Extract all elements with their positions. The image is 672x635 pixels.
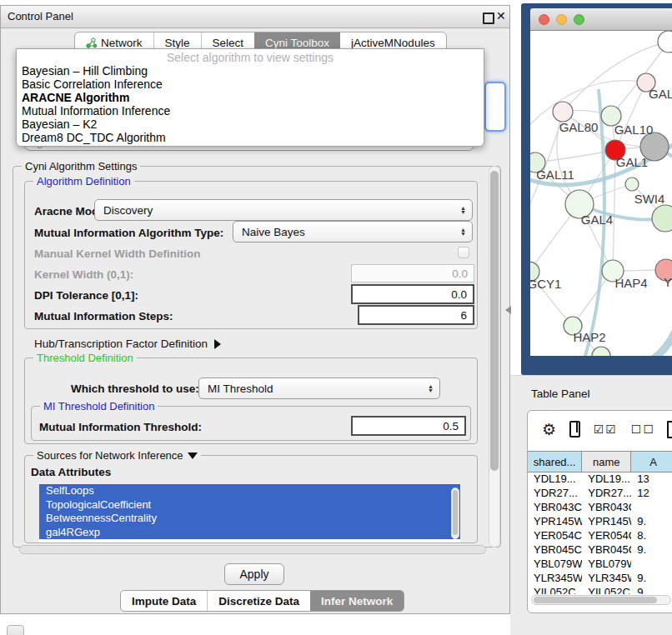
dpi-tolerance-input[interactable]: 0.0 — [351, 284, 474, 304]
network-edge[interactable] — [613, 150, 615, 271]
node-label: GCY1 — [530, 277, 561, 291]
algorithm-option-basic-correlation-inference[interactable]: Basic Correlation Inference — [17, 78, 484, 91]
column-header-name[interactable]: name — [582, 452, 631, 472]
table-row[interactable]: YIL052CYIL052C9 — [528, 585, 672, 594]
table-row[interactable]: YDL19...YDL19...13 — [528, 472, 672, 486]
algorithm-option-dream8-dc-tdc-algorithm[interactable]: Dream8 DC_TDC Algorithm — [17, 131, 484, 144]
zoom-traffic-light-icon[interactable] — [574, 14, 584, 25]
deselect-columns-icon[interactable]: ☐☐ — [631, 422, 655, 436]
table-cell: YDR27... — [582, 486, 631, 500]
data-attributes-label: Data Attributes — [31, 466, 111, 478]
table-body: YDL19...YDL19...13YDR27...YDR27...12YBR0… — [528, 472, 672, 594]
which-threshold-value: MI Threshold — [208, 382, 273, 395]
table-row[interactable]: YER054CYER054C8. — [528, 528, 672, 542]
kernel-width-input[interactable]: 0.0 — [351, 264, 474, 282]
table-row[interactable]: YDR27...YDR27...12 — [528, 486, 672, 500]
mi-steps-input[interactable]: 6 — [358, 305, 474, 325]
hub-definition-section[interactable]: Hub/Transcription Factor Definition — [34, 338, 221, 350]
node-label: GAL — [649, 87, 672, 101]
scrollbar-thumb[interactable] — [490, 171, 499, 471]
table-cell: 9. — [631, 514, 672, 528]
tab-infer-network[interactable]: Infer Network — [310, 591, 404, 611]
aracne-mode-combo[interactable]: Discovery ▲▼ — [94, 199, 473, 221]
table-cell: 12 — [631, 486, 672, 500]
network-window-titlebar[interactable] — [530, 8, 672, 31]
table-cell: YPR145W — [528, 514, 582, 528]
manual-kernel-checkbox[interactable] — [458, 247, 469, 258]
table-cell: YBR045C — [528, 542, 582, 557]
table-row[interactable]: YBR043CYBR043C — [528, 500, 672, 514]
settings-vertical-scrollbar[interactable] — [489, 166, 500, 548]
table-cell: YDL19... — [582, 472, 631, 486]
mi-threshold-input[interactable]: 0.5 — [351, 416, 466, 436]
node-label: HAP2 — [573, 330, 605, 344]
mi-type-combo[interactable]: Naive Bayes ▲▼ — [233, 221, 473, 242]
network-node[interactable] — [592, 347, 610, 356]
settings-gear-icon[interactable]: ⚙ — [542, 420, 556, 439]
algorithm-popup-placeholder: Select algorithm to view settings — [17, 49, 484, 64]
minimize-traffic-light-icon[interactable] — [556, 14, 567, 25]
apply-button-label: Apply — [239, 568, 268, 581]
apply-button[interactable]: Apply — [224, 563, 284, 585]
network-edge[interactable] — [530, 162, 535, 248]
network-canvas[interactable]: GALGAL80GAL10GAL1GAL11SWI4GAL4GCY1HAP4YH… — [530, 31, 672, 356]
which-threshold-label: Which threshold to use: — [71, 382, 199, 395]
document-icon[interactable] — [667, 421, 672, 438]
sources-group-title-text: Sources for Network Inference — [37, 449, 183, 462]
algorithm-option-mutual-information-inference[interactable]: Mutual Information Inference — [17, 104, 484, 118]
network-node[interactable] — [553, 102, 573, 122]
float-window-icon[interactable] — [483, 12, 494, 24]
attribute-item-betweennesscentrality[interactable]: BetweennessCentrality — [39, 512, 460, 526]
close-traffic-light-icon[interactable] — [539, 14, 549, 25]
node-label: GAL1 — [616, 155, 648, 169]
table-row[interactable]: YLR345WYLR345W9. — [528, 571, 672, 585]
control-panel-titlebar[interactable] — [1, 6, 509, 28]
algorithm-option-aracne-algorithm[interactable]: ARACNE Algorithm — [17, 91, 484, 104]
network-graph: GALGAL80GAL10GAL1GAL11SWI4GAL4GCY1HAP4YH… — [530, 31, 672, 356]
threshold-definition-title: Threshold Definition — [33, 352, 137, 364]
node-label: GAL11 — [536, 168, 574, 182]
which-threshold-combo[interactable]: MI Threshold ▲▼ — [198, 378, 440, 399]
scrollbar-thumb[interactable] — [534, 597, 657, 603]
table-row[interactable]: YBL079WYBL079W — [528, 557, 672, 571]
table-row[interactable]: YBR045CYBR045C9. — [528, 542, 672, 557]
mi-threshold-label: Mutual Information Threshold: — [39, 421, 202, 433]
focused-combo-fragment[interactable] — [484, 82, 506, 132]
tab-discretize-data[interactable]: Discretize Data — [207, 591, 310, 611]
network-view-window[interactable]: GALGAL80GAL10GAL1GAL11SWI4GAL4GCY1HAP4YH… — [521, 3, 672, 375]
close-window-icon[interactable]: ✕ — [496, 9, 506, 22]
tab-impute-data[interactable]: Impute Data — [121, 591, 207, 611]
data-attributes-list[interactable]: SelfLoopsTopologicalCoefficientBetweenne… — [39, 484, 460, 542]
collapse-arrow-icon[interactable] — [188, 452, 198, 459]
tab-label: Cyni Toolbox — [265, 37, 329, 49]
select-all-columns-icon[interactable]: ☑☑ — [594, 422, 618, 436]
attribute-item-gal4rgexp[interactable]: gal4RGexp — [39, 526, 460, 540]
kernel-width-label: Kernel Width (0,1): — [34, 268, 133, 281]
network-node[interactable] — [625, 178, 639, 191]
column-header-shared[interactable]: shared... — [528, 452, 582, 472]
table-cell: YER054C — [582, 528, 631, 542]
hub-definition-label: Hub/Transcription Factor Definition — [34, 338, 208, 350]
minimized-panel-button[interactable] — [7, 625, 24, 635]
scrollbar-thumb[interactable] — [453, 490, 458, 535]
table-horizontal-scrollbar[interactable] — [531, 595, 671, 605]
algorithm-option-bayesian-k2[interactable]: Bayesian – K2 — [17, 118, 484, 131]
split-columns-icon[interactable] — [569, 421, 580, 438]
network-edge[interactable] — [624, 270, 655, 271]
network-node[interactable] — [652, 205, 672, 232]
panel-splitter-handle[interactable] — [505, 306, 511, 314]
manual-kernel-label: Manual Kernel Width Definition — [34, 248, 200, 260]
table-row[interactable]: YPR145WYPR145W9. — [528, 514, 672, 528]
column-header-a[interactable]: A — [631, 452, 672, 472]
network-node[interactable] — [658, 31, 672, 52]
attribute-item-topologicalcoefficient[interactable]: TopologicalCoefficient — [39, 498, 460, 512]
expand-arrow-icon[interactable] — [214, 339, 221, 349]
attributes-vertical-scrollbar[interactable] — [451, 488, 459, 539]
algorithm-option-bayesian-hill-climbing[interactable]: Bayesian – Hill Climbing — [17, 64, 484, 78]
dpi-tolerance-label: DPI Tolerance [0,1]: — [34, 289, 138, 302]
network-icon — [86, 38, 97, 48]
tab-label: Select — [213, 37, 244, 49]
settings-horizontal-scrollbar[interactable] — [19, 545, 486, 554]
network-edge-highlighted[interactable] — [635, 304, 672, 356]
attribute-item-selfloops[interactable]: SelfLoops — [39, 484, 460, 498]
